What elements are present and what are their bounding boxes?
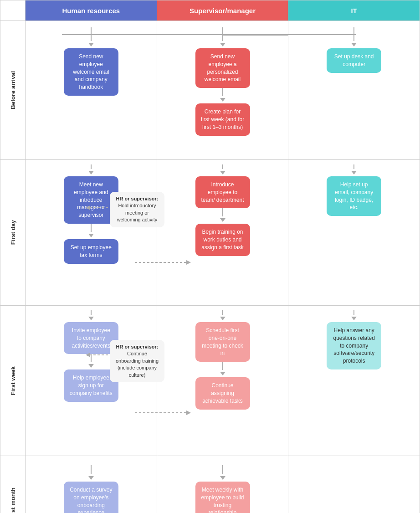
col-it-before: Set up desk and computer [288, 21, 420, 159]
first-month-label-cell: First month [0, 456, 26, 513]
header-empty [0, 0, 26, 21]
firstweek-note: HR or supervisor: Continue onboarding tr… [110, 340, 164, 382]
col-sm-firstday: Introduce employee to team/ department B… [157, 160, 289, 305]
col-hr-firstday: Meet new employee and introduce manager … [26, 160, 157, 305]
sm-before-box1: Send new employee a personalized welcome… [195, 48, 250, 88]
section-first-day: First day Meet new employee and introduc… [0, 159, 420, 305]
header-it: IT [288, 0, 420, 21]
hr-firstmonth-box1: Conduct a survey on employee's onboardin… [64, 482, 118, 513]
header-sm-label: Supervisor/manager [190, 7, 256, 15]
sm-firstday-box1: Introduce employee to team/ department [195, 176, 250, 208]
before-arrival-label: Before arrival [10, 71, 16, 109]
sm-before-box2: Create plan for first week (and for firs… [195, 103, 250, 135]
first-month-label: First month [10, 487, 16, 513]
first-week-label: First week [10, 366, 16, 395]
it-firstday-box1: Help set up email, company login, ID bad… [327, 176, 381, 216]
hr-before-box1: Send new employee welcome email and comp… [64, 48, 118, 96]
arrow-sm-2 [220, 98, 225, 102]
col-it-firstmonth [288, 456, 420, 513]
sm-firstday-box2: Begin training on work duties and assign… [195, 224, 250, 256]
arrow-top-hr [91, 27, 92, 41]
col-it-firstweek: Help answer any questions related to com… [288, 306, 420, 456]
it-firstweek-box1: Help answer any questions related to com… [327, 322, 381, 369]
section-before-arrival: Before arrival Send new employee welcome… [0, 21, 420, 159]
col-it-firstday: Help set up email, company login, ID bad… [288, 160, 420, 305]
horiz-sm-it [223, 35, 289, 36]
col-sm-firstmonth: Meet weekly with employee to build trust… [157, 456, 289, 513]
arrow-top-sm [222, 27, 223, 41]
arrow-sm-1 [220, 43, 225, 46]
sm-firstweek-box1: Schedule first one-on-one meeting to che… [195, 322, 250, 362]
before-arrival-label-cell: Before arrival [0, 21, 26, 159]
first-week-label-cell: First week [0, 306, 26, 456]
header-sm: Supervisor/manager [157, 0, 289, 21]
first-day-label: First day [10, 220, 16, 245]
firstday-note: HR or supervisor: Hold introductory meet… [110, 192, 164, 227]
diagram: Human resources Supervisor/manager IT Be… [0, 0, 420, 513]
arrow-hr-1 [88, 43, 94, 46]
sm-firstmonth-box1: Meet weekly with employee to build trust… [195, 482, 250, 513]
header-hr-label: Human resources [62, 7, 120, 15]
col-sm-before: Send new employee a personalized welcome… [157, 21, 289, 159]
col-hr-firstmonth: Conduct a survey on employee's onboardin… [26, 456, 157, 513]
section-first-month: First month Conduct a survey on employee… [0, 456, 420, 513]
header-it-label: IT [351, 7, 357, 15]
sm-firstweek-box2: Continue assigning achievable tasks [195, 377, 250, 409]
col-sm-firstweek: Schedule first one-on-one meeting to che… [157, 306, 289, 456]
arrow-sm-line [222, 88, 223, 96]
arrow-top-it [353, 27, 354, 41]
section-first-week: First week Invite employee to company ac… [0, 305, 420, 456]
header-hr: Human resources [26, 0, 157, 21]
hr-firstday-box2: Set up employee tax forms [64, 239, 118, 264]
col-hr-before: Send new employee welcome email and comp… [26, 21, 157, 159]
it-before-box1: Set up desk and computer [327, 48, 381, 73]
header-row: Human resources Supervisor/manager IT [0, 0, 420, 21]
arrow-it-1 [351, 43, 357, 46]
first-day-label-cell: First day [0, 160, 26, 305]
